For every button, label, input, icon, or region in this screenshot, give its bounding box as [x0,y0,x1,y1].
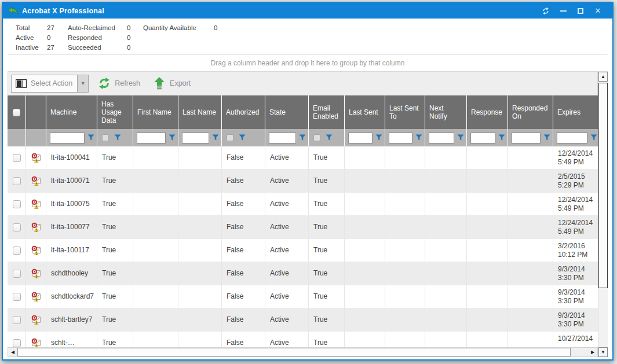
table-row[interactable]: lt-ita-100075 True False Active True 12/… [8,193,598,216]
last-name-filter-input[interactable] [182,133,209,144]
cell-last-sent [345,146,385,169]
cell-state: Active [265,170,309,192]
cell-has-usage-data: True [97,308,133,331]
horizontal-scrollbar[interactable]: ◀ ▶ [8,347,598,357]
scroll-left-arrow-icon[interactable]: ◀ [8,348,17,356]
filter-funnel-icon[interactable] [375,134,382,141]
email-enabled-filter-checkbox[interactable] [313,134,320,141]
table-row[interactable]: schdthooley True False Active True 9/3/2… [8,262,598,285]
row-checkbox[interactable] [13,200,21,208]
filter-funnel-icon[interactable] [169,134,176,141]
filter-funnel-icon[interactable] [87,134,94,141]
maximize-button[interactable] [572,5,589,17]
row-checkbox[interactable] [13,223,21,231]
scroll-right-arrow-icon[interactable]: ▶ [588,348,597,356]
response-filter-input[interactable] [470,133,495,144]
table-row[interactable]: schlt-… True False Active True 10/27/201… [8,332,598,347]
scroll-down-arrow-icon[interactable]: ▼ [598,347,608,357]
filter-funnel-icon[interactable] [415,134,422,141]
close-button[interactable]: ✕ [589,5,607,17]
horizontal-scroll-thumb[interactable] [17,348,571,356]
next-notify-filter-input[interactable] [429,133,454,144]
chevron-down-icon[interactable]: ▼ [77,75,88,92]
column-header-last-sent-to[interactable]: Last Sent To [385,95,425,129]
cell-authorized: False [222,216,265,238]
scroll-up-arrow-icon[interactable]: ▲ [598,72,608,82]
refresh-button[interactable]: Refresh [98,77,140,90]
cell-responded-on [508,308,553,331]
column-header-machine[interactable]: Machine [46,95,97,129]
cell-next-notify [425,146,467,169]
row-checkbox[interactable] [13,270,21,278]
cell-state: Active [265,285,309,308]
machine-filter-input[interactable] [50,133,85,144]
table-row[interactable]: schlt-bartley7 True False Active True 9/… [8,308,598,332]
minimize-button[interactable] [554,5,572,17]
icon-column-header[interactable] [26,95,46,129]
cell-next-notify [425,262,467,285]
refresh-label: Refresh [115,79,140,87]
column-header-last-name[interactable]: Last Name [178,95,222,129]
filter-funnel-icon[interactable] [239,134,246,141]
stat-value: 27 [47,44,68,51]
column-header-response[interactable]: Response [467,95,508,129]
has-usage-data-filter-checkbox[interactable] [102,134,109,141]
column-header-responded-on[interactable]: Responded On [508,95,553,129]
window-title: Acrobat X Professional [22,7,104,15]
column-header-expires[interactable]: Expires [553,95,598,129]
cell-last-sent [345,262,385,285]
select-all-checkbox[interactable] [13,109,20,116]
column-header-last-sent[interactable]: Last Sent [345,95,385,129]
row-checkbox[interactable] [13,154,21,162]
mail-warning-icon [31,268,41,279]
table-row[interactable]: schdtlockard7 True False Active True 9/3… [8,285,598,308]
filter-funnel-icon[interactable] [212,134,219,141]
filter-funnel-icon[interactable] [114,134,121,141]
column-header-state[interactable]: State [265,95,309,129]
column-header-authorized[interactable]: Authorized [222,95,265,129]
filter-funnel-icon[interactable] [590,134,597,141]
cell-has-usage-data: True [97,193,133,215]
table-row[interactable]: lt-ita-100071 True False Active True 2/5… [8,170,598,193]
filter-funnel-icon[interactable] [498,134,505,141]
table-row[interactable]: lt-ita-100077 True False Active True 12/… [8,216,598,239]
export-label: Export [170,79,191,87]
filter-funnel-icon[interactable] [326,134,333,141]
column-header-has-usage-data[interactable]: Has Usage Data [97,95,133,129]
row-checkbox[interactable] [13,247,21,255]
cell-has-usage-data: True [97,332,133,347]
column-header-first-name[interactable]: First Name [133,95,178,129]
column-header-next-notify[interactable]: Next Notify [425,95,467,129]
row-checkbox[interactable] [13,177,21,185]
filter-funnel-icon[interactable] [543,134,550,141]
select-action-dropdown[interactable]: Select Action ▼ [11,75,89,93]
authorized-filter-checkbox[interactable] [227,134,233,141]
row-checkbox[interactable] [13,339,21,347]
window-refresh-button[interactable] [537,5,554,17]
titlebar[interactable]: Acrobat X Professional ✕ [3,3,612,19]
group-by-drop-zone[interactable]: Drag a column header and drop it here to… [8,54,608,71]
state-filter-input[interactable] [269,133,296,144]
cell-has-usage-data: True [97,146,133,169]
row-status-cell [26,146,46,169]
table-row[interactable]: lt-ita-100041 True False Active True 12/… [8,146,598,170]
column-header-email-enabled[interactable]: Email Enabled [309,95,345,129]
last-sent-filter-input[interactable] [348,133,373,144]
filter-cell-last-sent-to [385,129,425,146]
vertical-scroll-thumb[interactable] [598,83,608,288]
cell-email-enabled: True [309,332,345,347]
table-row[interactable]: lt-ita-100117 True False Active True 3/2… [8,239,598,262]
filter-funnel-icon[interactable] [299,134,306,141]
expires-filter-input[interactable] [557,133,587,144]
first-name-filter-input[interactable] [137,133,166,144]
row-checkbox[interactable] [13,293,21,301]
vertical-scrollbar[interactable]: ▲ ▼ [598,72,608,357]
export-button[interactable]: Export [153,77,191,90]
filter-funnel-icon[interactable] [457,134,464,141]
responded-on-filter-input[interactable] [512,133,541,144]
cell-last-sent-to [385,216,425,238]
cell-last-sent [345,170,385,192]
cell-first-name [133,262,178,285]
row-checkbox[interactable] [13,316,21,324]
last-sent-to-filter-input[interactable] [389,133,412,144]
